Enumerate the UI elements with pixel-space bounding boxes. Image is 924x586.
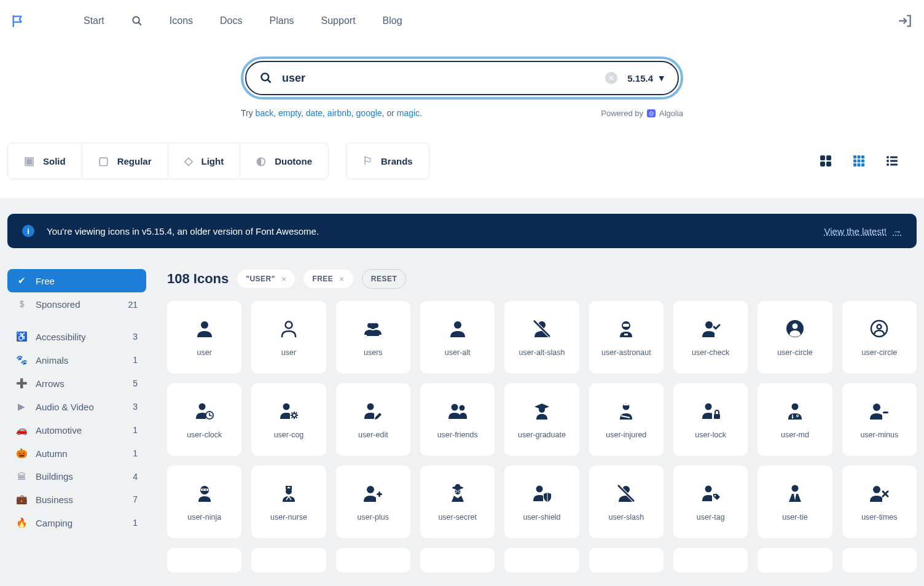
svg-line-65 bbox=[268, 80, 271, 83]
icon-card-user-injured[interactable]: user-injured bbox=[589, 383, 664, 456]
nav-plans[interactable]: Plans bbox=[270, 15, 294, 26]
icon-card-user-clock[interactable]: user-clock bbox=[167, 383, 241, 456]
style-solid-button[interactable]: ▣Solid bbox=[7, 143, 82, 179]
sidebar-item-accessibility[interactable]: ♿Accessibility3 bbox=[7, 325, 146, 348]
icon-label: user-graduate bbox=[518, 431, 566, 439]
icon-card-user-ninja[interactable]: user-ninja bbox=[167, 466, 241, 538]
icon-card-user-graduate[interactable]: user-graduate bbox=[504, 383, 579, 456]
svg-rect-77 bbox=[858, 163, 861, 166]
nav-support[interactable]: Support bbox=[321, 15, 356, 26]
nav-icons[interactable]: Icons bbox=[170, 15, 193, 26]
icon-label: user-ninja bbox=[187, 513, 221, 522]
svg-rect-70 bbox=[853, 155, 856, 158]
icon-card-user-edit[interactable]: user-edit bbox=[336, 383, 410, 456]
sidebar-item-arrows[interactable]: ➕Arrows5 bbox=[7, 372, 146, 395]
icon-card-stub[interactable] bbox=[420, 548, 495, 572]
svg-point-81 bbox=[887, 160, 889, 162]
style-regular-button[interactable]: ▢Regular bbox=[82, 143, 168, 179]
nav-blog[interactable]: Blog bbox=[383, 15, 402, 26]
icon-card-stub[interactable] bbox=[842, 548, 917, 572]
remove-icon[interactable]: ✕ bbox=[339, 276, 344, 283]
suggestion-back[interactable]: back bbox=[256, 108, 274, 118]
icon-label: user-minus bbox=[860, 431, 898, 439]
icon-card-user-friends[interactable]: user-friends bbox=[420, 383, 495, 456]
view-latest-link[interactable]: View the latest! → bbox=[824, 226, 902, 236]
sidebar-item-buildings[interactable]: 🏛Buildings4 bbox=[7, 465, 146, 488]
version-selector[interactable]: 5.15.4 ▾ bbox=[627, 72, 664, 84]
icon-card-stub[interactable] bbox=[758, 548, 832, 572]
svg-rect-72 bbox=[861, 155, 864, 158]
suggestion-empty[interactable]: empty bbox=[278, 108, 301, 118]
icon-card-stub[interactable] bbox=[251, 548, 326, 572]
logo-icon[interactable] bbox=[11, 14, 25, 28]
user-edit-icon bbox=[363, 400, 383, 422]
icon-card-user-slash[interactable]: user-slash bbox=[589, 466, 664, 538]
style-light-button[interactable]: ◇Light bbox=[168, 143, 241, 179]
style-duotone-button[interactable]: ◐Duotone bbox=[240, 143, 329, 179]
icon-card-user-tag[interactable]: user-tag bbox=[673, 466, 748, 538]
icon-card-user-cog[interactable]: user-cog bbox=[251, 383, 326, 456]
svg-point-83 bbox=[887, 163, 889, 166]
icon-card-user-circle[interactable]: user-circle bbox=[842, 301, 917, 373]
search-container: ✕ 5.15.4 ▾ bbox=[241, 57, 683, 100]
search-input[interactable] bbox=[282, 72, 595, 85]
icon-card-stub[interactable] bbox=[167, 548, 241, 572]
icon-card-user-plus[interactable]: user-plus bbox=[336, 466, 410, 538]
nav-search-icon[interactable] bbox=[131, 15, 143, 26]
suggestion-magic[interactable]: magic bbox=[397, 108, 420, 118]
icon-card-user-tie[interactable]: user-tie bbox=[758, 466, 832, 538]
icon-card-stub[interactable] bbox=[673, 548, 748, 572]
sidebar: ✔ Free ＄ Sponsored 21 ♿Accessibility3🐾An… bbox=[7, 269, 146, 572]
filter-pill-user[interactable]: "USER"✕ bbox=[237, 270, 295, 288]
sidebar-item-sponsored[interactable]: ＄ Sponsored 21 bbox=[7, 292, 146, 316]
icon-card-user-alt-slash[interactable]: user-alt-slash bbox=[504, 301, 579, 373]
user-secret-icon bbox=[448, 482, 468, 504]
nav-start[interactable]: Start bbox=[84, 15, 104, 26]
icon-card-user-nurse[interactable]: user-nurse bbox=[251, 466, 326, 538]
view-large-grid-icon[interactable] bbox=[820, 155, 832, 167]
sidebar-item-business[interactable]: 💼Business7 bbox=[7, 488, 146, 511]
icon-card-user-md[interactable]: user-md bbox=[758, 383, 832, 456]
icon-card-user-alt[interactable]: user-alt bbox=[420, 301, 495, 373]
user-tag-icon bbox=[701, 482, 721, 504]
view-small-grid-icon[interactable] bbox=[853, 155, 865, 167]
icon-card-user-shield[interactable]: user-shield bbox=[504, 466, 579, 538]
reset-button[interactable]: RESET bbox=[362, 269, 406, 289]
sidebar-item-audio-video[interactable]: ▶Audio & Video3 bbox=[7, 395, 146, 418]
sidebar-item-camping[interactable]: 🔥Camping1 bbox=[7, 511, 146, 534]
icon-card-stub[interactable] bbox=[504, 548, 579, 572]
suggestion-google[interactable]: google bbox=[356, 108, 382, 118]
signin-icon[interactable] bbox=[897, 13, 913, 29]
icon-card-user-circle[interactable]: user-circle bbox=[758, 301, 832, 373]
sidebar-item-autumn[interactable]: 🎃Autumn1 bbox=[7, 442, 146, 465]
icon-card-user-astronaut[interactable]: user-astronaut bbox=[589, 301, 664, 373]
suggestion-airbnb[interactable]: airbnb bbox=[327, 108, 351, 118]
suggestion-date[interactable]: date bbox=[306, 108, 323, 118]
filter-pill-free[interactable]: FREE✕ bbox=[303, 270, 353, 288]
icon-label: users bbox=[364, 348, 383, 357]
clear-search-icon[interactable]: ✕ bbox=[605, 72, 617, 84]
icon-label: user-injured bbox=[606, 431, 646, 439]
icon-card-stub[interactable] bbox=[336, 548, 410, 572]
icon-card-user[interactable]: user bbox=[251, 301, 326, 373]
style-brands-button[interactable]: ⚐Brands bbox=[346, 143, 429, 179]
svg-line-63 bbox=[138, 22, 141, 25]
icon-label: user-times bbox=[861, 513, 897, 522]
icon-card-user-lock[interactable]: user-lock bbox=[673, 383, 748, 456]
icon-card-stub[interactable] bbox=[589, 548, 664, 572]
view-list-icon[interactable] bbox=[886, 155, 898, 167]
svg-point-64 bbox=[262, 74, 269, 81]
icon-card-user-check[interactable]: user-check bbox=[673, 301, 748, 373]
icon-card-user-minus[interactable]: user-minus bbox=[842, 383, 917, 456]
icon-label: user-alt-slash bbox=[519, 348, 565, 357]
result-count: 108 Icons bbox=[167, 271, 229, 287]
nav-docs[interactable]: Docs bbox=[220, 15, 242, 26]
sidebar-item-animals[interactable]: 🐾Animals1 bbox=[7, 348, 146, 372]
icon-card-user-secret[interactable]: user-secret bbox=[420, 466, 495, 538]
icon-card-user[interactable]: user bbox=[167, 301, 241, 373]
sidebar-item-automotive[interactable]: 🚗Automotive1 bbox=[7, 418, 146, 442]
sidebar-item-free[interactable]: ✔ Free bbox=[7, 269, 146, 292]
icon-card-user-times[interactable]: user-times bbox=[842, 466, 917, 538]
icon-card-users[interactable]: users bbox=[336, 301, 410, 373]
remove-icon[interactable]: ✕ bbox=[281, 276, 286, 283]
